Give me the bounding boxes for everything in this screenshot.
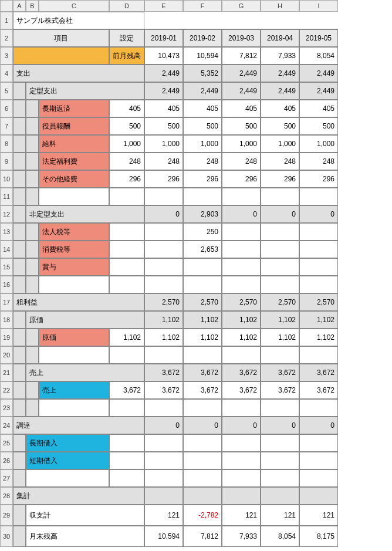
corp-tax-label[interactable]: 法人税等 [39,223,109,241]
long-repay-val[interactable]: 405 [261,100,299,117]
exec-comp-val[interactable]: 500 [183,117,222,135]
indent-cell[interactable] [13,188,26,205]
spending-val[interactable]: 2,449 [299,65,338,82]
indent-cell[interactable] [26,170,39,188]
header-month[interactable]: 2019-03 [222,29,261,47]
row-header[interactable]: 14 [0,241,13,258]
balance-val[interactable]: 121 [299,505,338,526]
indent-cell[interactable] [13,399,26,417]
welfare-label[interactable]: 法定福利費 [39,153,109,170]
cons-tax-label[interactable]: 消費税等 [39,241,109,258]
header-month[interactable]: 2019-01 [144,29,183,47]
sales-val[interactable]: 3,672 [299,381,338,399]
cons-tax-val[interactable] [222,241,261,258]
prev-balance-val[interactable]: 10,473 [144,47,183,65]
indent-cell[interactable] [26,153,39,170]
fixed-spend-val[interactable]: 2,449 [222,82,261,100]
cost-val[interactable]: 1,102 [144,329,183,346]
row-header[interactable]: 5 [0,82,13,100]
empty-cell[interactable] [144,12,338,29]
row-header[interactable]: 18 [0,311,13,329]
empty-cell[interactable] [261,258,299,276]
salary-val[interactable]: 1,000 [299,135,338,153]
indent-cell[interactable] [26,346,39,364]
indent-cell[interactable] [13,381,26,399]
empty-cell[interactable] [299,188,338,205]
empty-cell[interactable] [109,223,144,241]
col-header[interactable]: A [13,0,26,12]
empty-cell[interactable] [299,399,338,417]
welfare-val[interactable]: 248 [183,153,222,170]
fixed-spend-label[interactable]: 定型支出 [26,82,144,100]
row-header[interactable]: 24 [0,417,13,434]
spending-val[interactable]: 2,449 [144,65,183,82]
row-header[interactable]: 10 [0,170,13,188]
salary-label[interactable]: 給料 [39,135,109,153]
row-header[interactable]: 29 [0,505,13,526]
empty-cell[interactable] [183,188,222,205]
indent-cell[interactable] [13,258,26,276]
gross-profit-val[interactable]: 2,570 [222,293,261,311]
irreg-spend-val[interactable]: 0 [222,205,261,223]
row-header[interactable]: 4 [0,65,13,82]
end-balance-val[interactable]: 8,175 [299,526,338,547]
indent-cell[interactable] [26,329,39,346]
long-repay-label[interactable]: 長期返済 [39,100,109,117]
indent-cell[interactable] [13,469,26,487]
row-header[interactable]: 26 [0,452,13,469]
bonus-label[interactable]: 賞与 [39,258,109,276]
indent-cell[interactable] [13,505,26,526]
finance-val[interactable]: 0 [144,417,183,434]
col-header[interactable]: I [299,0,338,12]
long-repay-val[interactable]: 405 [183,100,222,117]
row-header[interactable]: 3 [0,47,13,65]
empty-cell[interactable] [183,346,222,364]
empty-cell[interactable] [144,399,183,417]
long-repay-val[interactable]: 405 [144,100,183,117]
header-month[interactable]: 2019-05 [299,29,338,47]
header-setting[interactable]: 設定 [109,29,144,47]
gross-profit-val[interactable]: 2,570 [299,293,338,311]
empty-cell[interactable] [183,434,222,452]
indent-cell[interactable] [13,135,26,153]
cons-tax-val[interactable] [144,241,183,258]
empty-cell[interactable] [299,487,338,505]
irreg-spend-val[interactable]: 0 [144,205,183,223]
row-header[interactable]: 27 [0,469,13,487]
indent-cell[interactable] [26,223,39,241]
balance-label[interactable]: 収支計 [26,505,144,526]
indent-cell[interactable] [13,346,26,364]
welfare-val[interactable]: 248 [144,153,183,170]
indent-cell[interactable] [13,276,26,293]
exec-comp-val[interactable]: 500 [261,117,299,135]
other-exp-label[interactable]: その他経費 [39,170,109,188]
cost-val[interactable]: 1,102 [222,329,261,346]
other-exp-val[interactable]: 296 [299,170,338,188]
sales-group-val[interactable]: 3,672 [299,364,338,381]
exec-comp-val[interactable]: 500 [144,117,183,135]
end-balance-val[interactable]: 7,933 [222,526,261,547]
fixed-spend-val[interactable]: 2,449 [144,82,183,100]
cost-group-val[interactable]: 1,102 [261,311,299,329]
indent-cell[interactable] [13,205,26,223]
row-header[interactable]: 30 [0,526,13,547]
salary-val[interactable]: 1,000 [183,135,222,153]
empty-cell[interactable] [144,434,183,452]
empty-cell[interactable] [261,469,299,487]
balance-val[interactable]: 121 [144,505,183,526]
indent-cell[interactable] [13,434,26,452]
indent-cell[interactable] [13,241,26,258]
empty-cell[interactable] [39,399,109,417]
empty-cell[interactable] [183,487,222,505]
welfare-val[interactable]: 248 [261,153,299,170]
cost-group-label[interactable]: 原価 [26,311,144,329]
empty-cell[interactable] [261,188,299,205]
empty-cell[interactable] [261,346,299,364]
prev-balance-val[interactable]: 7,812 [222,47,261,65]
irreg-spend-label[interactable]: 非定型支出 [26,205,144,223]
other-exp-val[interactable]: 296 [183,170,222,188]
empty-cell[interactable] [222,487,261,505]
sales-group-val[interactable]: 3,672 [144,364,183,381]
welfare-set[interactable]: 248 [109,153,144,170]
cost-val[interactable]: 1,102 [299,329,338,346]
